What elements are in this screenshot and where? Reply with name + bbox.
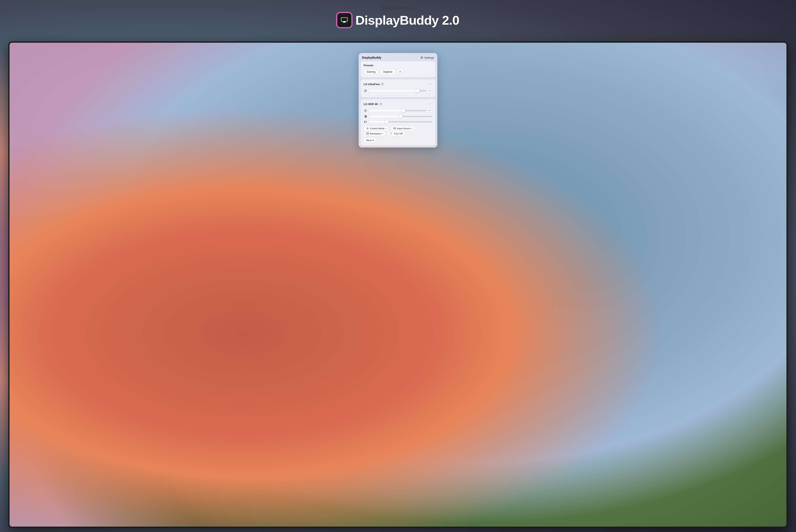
announcement-wrapper: ANNOUNCING DisplayBuddy 2.0 xyxy=(0,0,274,27)
monitor-screen: DisplayBuddy Settings Presets Gaming Day… xyxy=(10,43,274,187)
monitor-frame: DisplayBuddy Settings Presets Gaming Day… xyxy=(8,41,274,187)
